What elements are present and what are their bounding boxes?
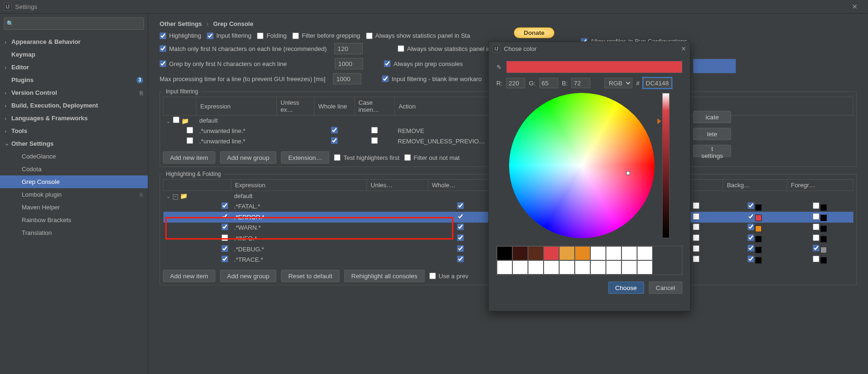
swatch[interactable] xyxy=(606,246,621,260)
swatch[interactable] xyxy=(528,260,544,274)
swatch[interactable] xyxy=(497,246,512,260)
sidebar-item-codota[interactable]: Codota xyxy=(0,163,148,175)
b-label: B: xyxy=(562,80,568,87)
sidebar-item-codeglance[interactable]: CodeGlance xyxy=(0,150,148,163)
sidebar-item-appearance-behavior[interactable]: ›Appearance & Behavior xyxy=(0,35,148,48)
grep-first-n-input[interactable] xyxy=(335,58,363,69)
close-icon[interactable]: ✕ xyxy=(681,45,686,52)
color-wheel[interactable] xyxy=(509,93,655,238)
filter-before-grepping-checkbox[interactable]: Filter before grepping xyxy=(292,32,360,39)
sidebar-item-label: Lombok plugin xyxy=(22,191,62,198)
sidebar-item-lombok-plugin[interactable]: Lombok plugin⎘ xyxy=(0,188,148,201)
swatch[interactable] xyxy=(544,260,559,274)
blank-workaround-checkbox[interactable]: Input filtering - blank line workaro xyxy=(382,75,482,83)
extension-button[interactable]: Extension… xyxy=(281,151,329,164)
sidebar-item-version-control[interactable]: ›Version Control⎘ xyxy=(0,86,148,99)
max-time-label: Max processing time for a line (to preve… xyxy=(160,75,325,83)
swatch[interactable] xyxy=(590,246,606,260)
sidebar-item-plugins[interactable]: Plugins3 xyxy=(0,74,148,86)
breadcrumb-root[interactable]: Other Settings xyxy=(160,20,202,27)
folding-checkbox[interactable]: Folding xyxy=(257,32,287,39)
donate-button[interactable]: Donate xyxy=(514,27,554,38)
color-sample xyxy=(506,61,682,73)
chevron-icon: › xyxy=(5,116,11,121)
swatch[interactable] xyxy=(559,246,575,260)
swatch[interactable] xyxy=(575,260,590,274)
search-input[interactable] xyxy=(4,17,144,30)
choose-button[interactable]: Choose xyxy=(608,282,644,294)
r-input[interactable] xyxy=(506,78,525,88)
swatch[interactable] xyxy=(637,260,653,274)
add-group-button[interactable]: Add new group xyxy=(220,151,277,164)
hl-add-item-button[interactable]: Add new item xyxy=(163,270,215,282)
hex-input[interactable] xyxy=(643,78,672,88)
swatch[interactable] xyxy=(575,246,590,260)
highlighting-checkbox[interactable]: Highlighting xyxy=(160,32,201,39)
use-prev-checkbox[interactable]: Use a prev xyxy=(429,273,468,280)
search-icon: 🔍 xyxy=(7,20,14,27)
sidebar-item-languages-frameworks[interactable]: ›Languages & Frameworks xyxy=(0,112,148,125)
scope-icon: ⎘ xyxy=(140,90,143,96)
test-highlighters-checkbox[interactable]: Test highlighters first xyxy=(334,154,400,161)
sidebar-item-translation[interactable]: Translation xyxy=(0,226,148,239)
show-stats-co-checkbox[interactable]: Always show statistics panel in Co xyxy=(398,45,501,52)
hash-label: # xyxy=(636,80,639,87)
max-time-input[interactable] xyxy=(333,73,361,84)
match-first-n-checkbox[interactable]: Match only first N characters on each li… xyxy=(160,45,327,52)
sidebar-item-grep-console[interactable]: Grep Console xyxy=(0,175,148,188)
always-pin-checkbox[interactable]: Always pin grep consoles xyxy=(384,60,463,67)
reset-settings-button[interactable]: t settings xyxy=(693,145,731,157)
swatch[interactable] xyxy=(512,260,528,274)
swatch[interactable] xyxy=(621,246,637,260)
swatch[interactable] xyxy=(559,260,575,274)
dialog-titlebar: IJ Chose color ✕ xyxy=(489,42,690,55)
swatch[interactable] xyxy=(528,246,544,260)
value-slider[interactable] xyxy=(662,93,670,238)
swatch[interactable] xyxy=(544,246,559,260)
sidebar-item-tools[interactable]: ›Tools xyxy=(0,125,148,137)
swatch[interactable] xyxy=(606,260,621,274)
sidebar-item-label: Plugins xyxy=(11,76,34,83)
chevron-icon: › xyxy=(5,90,11,96)
swatch[interactable] xyxy=(512,246,528,260)
add-item-button[interactable]: Add new item xyxy=(163,151,215,164)
color-mode-select[interactable]: RGB xyxy=(604,78,632,88)
reset-default-button[interactable]: Reset to default xyxy=(281,270,339,282)
hl-add-group-button[interactable]: Add new group xyxy=(220,270,277,282)
rehighlight-button[interactable]: Rehighlight all consoles xyxy=(344,270,425,282)
sidebar-item-label: CodeGlance xyxy=(22,153,56,160)
close-icon[interactable]: ✕ xyxy=(845,3,864,10)
window-title: Settings xyxy=(15,3,37,10)
eyedropper-icon[interactable]: ✎ xyxy=(496,64,502,71)
g-label: G: xyxy=(529,80,536,87)
input-filtering-checkbox[interactable]: Input filtering xyxy=(207,32,251,39)
grep-first-n-checkbox[interactable]: Grep by only first N characters on each … xyxy=(160,60,287,67)
sidebar-item-other-settings[interactable]: ⌄Other Settings xyxy=(0,137,148,150)
sidebar-item-editor[interactable]: ›Editor xyxy=(0,61,148,74)
color-picker-dialog: IJ Chose color ✕ ✎ R: G: B: RGB # xyxy=(488,42,690,311)
swatch-grid xyxy=(496,246,682,275)
swatch[interactable] xyxy=(590,260,606,274)
swatch[interactable] xyxy=(497,260,512,274)
cancel-button[interactable]: Cancel xyxy=(649,282,683,294)
show-stats-panel-checkbox[interactable]: Always show statistics panel in Sta xyxy=(366,32,470,39)
sidebar-item-maven-helper[interactable]: Maven Helper xyxy=(0,201,148,214)
selected-side-button[interactable] xyxy=(693,59,736,73)
duplicate-button[interactable]: icate xyxy=(693,111,731,123)
sidebar-item-label: Rainbow Brackets xyxy=(22,216,71,224)
sidebar-item-label: Version Control xyxy=(11,89,57,96)
sidebar-item-rainbow-brackets[interactable]: Rainbow Brackets xyxy=(0,214,148,226)
g-input[interactable] xyxy=(539,78,558,88)
sidebar-item-label: Build, Execution, Deployment xyxy=(11,102,98,109)
wheel-cursor-icon xyxy=(626,171,630,175)
swatch[interactable] xyxy=(637,246,653,260)
filter-out-checkbox[interactable]: Filter out not mat xyxy=(404,154,460,161)
swatch[interactable] xyxy=(621,260,637,274)
match-first-n-input[interactable] xyxy=(334,43,363,54)
b-input[interactable] xyxy=(571,78,590,88)
chevron-icon: › xyxy=(5,103,11,108)
delete-button[interactable]: lete xyxy=(693,128,731,140)
sidebar-item-keymap[interactable]: Keymap xyxy=(0,48,148,61)
sidebar-item-label: Grep Console xyxy=(22,178,60,185)
sidebar-item-build-execution-deployment[interactable]: ›Build, Execution, Deployment xyxy=(0,99,148,112)
